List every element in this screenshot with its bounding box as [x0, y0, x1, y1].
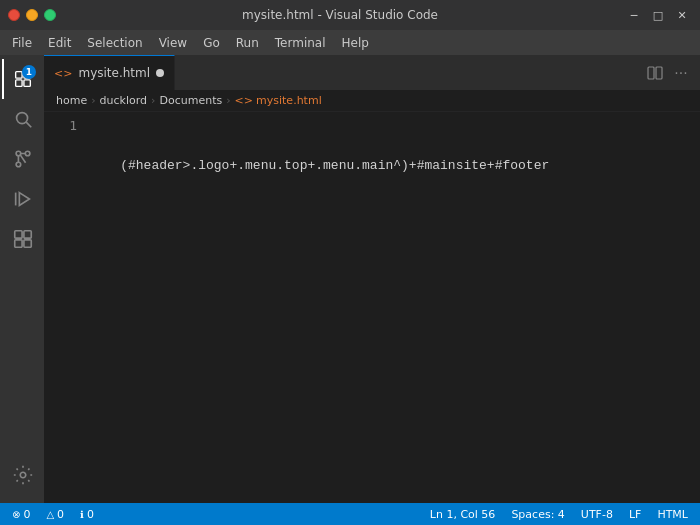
svg-point-4	[17, 113, 28, 124]
status-left: ⊗ 0 △ 0 ℹ 0	[8, 503, 98, 525]
status-warnings[interactable]: △ 0	[42, 503, 68, 525]
encoding-settings[interactable]: UTF-8	[577, 503, 617, 525]
code-text-1: (#header>.logo+.menu.top+.menu.main^)+#m…	[89, 156, 549, 176]
minimize-button[interactable]: ─	[624, 5, 644, 25]
breadcrumb-file-icon: <>	[235, 94, 253, 107]
tabs-container: <> mysite.html	[44, 55, 175, 90]
breadcrumb-home[interactable]: home	[56, 94, 87, 107]
menu-selection[interactable]: Selection	[79, 34, 150, 52]
activity-run-debug[interactable]	[2, 179, 42, 219]
status-right: Ln 1, Col 56 Spaces: 4 UTF-8 LF HTML	[426, 503, 692, 525]
code-editor[interactable]: 1 (#header>.logo+.menu.top+.menu.main^)+…	[44, 112, 700, 503]
activity-settings[interactable]	[2, 455, 42, 495]
close-button[interactable]: ✕	[672, 5, 692, 25]
svg-marker-9	[19, 193, 29, 206]
menu-edit[interactable]: Edit	[40, 34, 79, 52]
status-bar: ⊗ 0 △ 0 ℹ 0 Ln 1, Col 56 Spaces: 4 UTF-8…	[0, 503, 700, 525]
tab-label: mysite.html	[78, 66, 150, 80]
menu-view[interactable]: View	[151, 34, 195, 52]
traffic-light-maximize[interactable]	[44, 9, 56, 21]
cursor-position[interactable]: Ln 1, Col 56	[426, 503, 500, 525]
tab-mysite-html[interactable]: <> mysite.html	[44, 55, 175, 90]
status-errors[interactable]: ⊗ 0	[8, 503, 34, 525]
svg-rect-14	[24, 240, 31, 247]
svg-point-7	[25, 151, 30, 156]
indent-settings[interactable]: Spaces: 4	[507, 503, 568, 525]
traffic-light-close[interactable]	[8, 9, 20, 21]
error-icon: ⊗	[12, 509, 20, 520]
error-count: 0	[23, 508, 30, 521]
tab-modified-indicator	[156, 69, 164, 77]
activity-source-control[interactable]	[2, 139, 42, 179]
info-count: 0	[87, 508, 94, 521]
tab-bar: <> mysite.html ···	[44, 55, 700, 90]
warning-count: 0	[57, 508, 64, 521]
svg-point-8	[16, 162, 21, 167]
split-editor-button[interactable]	[644, 62, 666, 84]
encoding-label: UTF-8	[581, 508, 613, 521]
breadcrumb-user[interactable]: ducklord	[100, 94, 147, 107]
menu-terminal[interactable]: Terminal	[267, 34, 334, 52]
menu-go[interactable]: Go	[195, 34, 228, 52]
traffic-light-minimize[interactable]	[26, 9, 38, 21]
menu-bar: File Edit Selection View Go Run Terminal…	[0, 30, 700, 55]
svg-rect-2	[16, 80, 22, 86]
svg-line-5	[26, 122, 31, 127]
svg-rect-16	[648, 67, 654, 79]
title-bar: mysite.html - Visual Studio Code ─ □ ✕	[0, 0, 700, 30]
breadcrumb: home › ducklord › Documents › <> mysite.…	[44, 90, 700, 112]
line-numbers: 1	[44, 116, 89, 499]
activity-search[interactable]	[2, 99, 42, 139]
code-line-1: (#header>.logo+.menu.top+.menu.main^)+#m…	[89, 156, 700, 176]
menu-file[interactable]: File	[4, 34, 40, 52]
language-label: HTML	[657, 508, 688, 521]
cursor-position-label: Ln 1, Col 56	[430, 508, 496, 521]
status-info[interactable]: ℹ 0	[76, 503, 98, 525]
more-actions-button[interactable]: ···	[670, 62, 692, 84]
svg-rect-13	[15, 240, 22, 247]
activity-bar: 1	[0, 55, 44, 503]
svg-rect-12	[24, 231, 31, 238]
activity-explorer[interactable]: 1	[2, 59, 42, 99]
activity-extensions[interactable]	[2, 219, 42, 259]
line-ending-label: LF	[629, 508, 641, 521]
editor-area: <> mysite.html ··· home › ducklord	[44, 55, 700, 503]
line-ending[interactable]: LF	[625, 503, 645, 525]
language-mode[interactable]: HTML	[653, 503, 692, 525]
indent-label: Spaces: 4	[511, 508, 564, 521]
svg-point-6	[16, 151, 21, 156]
svg-rect-3	[24, 80, 30, 86]
code-content[interactable]: (#header>.logo+.menu.top+.menu.main^)+#m…	[89, 116, 700, 499]
svg-rect-17	[656, 67, 662, 79]
warning-icon: △	[46, 509, 54, 520]
line-number-1: 1	[44, 116, 77, 136]
menu-run[interactable]: Run	[228, 34, 267, 52]
breadcrumb-file[interactable]: <> mysite.html	[235, 94, 322, 107]
main-layout: 1	[0, 55, 700, 503]
restore-button[interactable]: □	[648, 5, 668, 25]
svg-point-15	[20, 472, 26, 478]
tab-actions: ···	[636, 62, 700, 84]
info-icon: ℹ	[80, 509, 84, 520]
tab-file-icon: <>	[54, 67, 72, 80]
breadcrumb-documents[interactable]: Documents	[159, 94, 222, 107]
explorer-badge: 1	[22, 65, 36, 79]
window-title: mysite.html - Visual Studio Code	[242, 8, 438, 22]
svg-rect-11	[15, 231, 22, 238]
menu-help[interactable]: Help	[334, 34, 377, 52]
